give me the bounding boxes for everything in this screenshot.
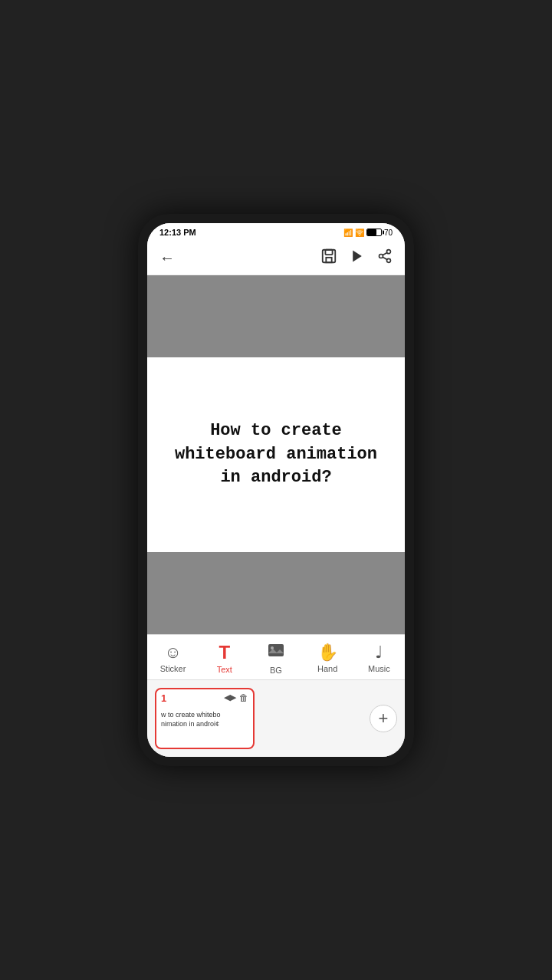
bottom-nav: ☺ Sticker T Text BG ✋ Hand — [147, 634, 405, 679]
svg-rect-2 — [326, 258, 331, 262]
svg-rect-9 — [268, 644, 284, 656]
canvas-area: How to create whiteboard animation in an… — [147, 275, 405, 634]
back-button[interactable]: ← — [159, 249, 175, 267]
text-icon: T — [219, 642, 230, 663]
canvas-bottom-gray — [147, 552, 405, 634]
play-button[interactable] — [350, 248, 365, 268]
toolbar-right — [320, 248, 393, 268]
slide-number-1: 1 — [161, 692, 166, 704]
nav-item-sticker[interactable]: ☺ Sticker — [154, 643, 192, 673]
bg-label: BG — [270, 666, 282, 675]
svg-rect-1 — [325, 250, 332, 255]
battery-icon — [366, 229, 382, 236]
phone-screen: 12:13 PM 📶 🛜 70 ← — [147, 223, 405, 757]
slide-thumb-text-1: w to create whitebonimation in androi¢ — [161, 711, 248, 728]
status-bar: 12:13 PM 📶 🛜 70 — [147, 223, 405, 242]
music-label: Music — [368, 664, 390, 673]
nav-item-hand[interactable]: ✋ Hand — [308, 643, 347, 673]
timeline: 1 ◀▶ 🗑 w to create whitebonimation in an… — [147, 679, 405, 757]
signal-icon: 📶 — [343, 229, 353, 237]
status-icons: 📶 🛜 70 — [343, 229, 393, 237]
slide-move-icon: ◀▶ — [224, 692, 236, 703]
battery-percent: 70 — [384, 229, 393, 237]
svg-rect-0 — [323, 250, 336, 263]
wifi-icon: 🛜 — [355, 229, 364, 237]
status-time: 12:13 PM — [159, 228, 196, 237]
canvas-white: How to create whiteboard animation in an… — [147, 357, 405, 552]
svg-line-8 — [383, 252, 387, 255]
svg-point-6 — [387, 258, 391, 262]
hand-label: Hand — [317, 664, 337, 673]
nav-item-bg[interactable]: BG — [257, 641, 295, 675]
slide-delete-icon[interactable]: 🗑 — [239, 692, 248, 703]
svg-point-11 — [271, 646, 274, 649]
bg-icon — [267, 641, 285, 664]
save-button[interactable] — [320, 248, 337, 268]
add-slide-button[interactable]: + — [370, 705, 397, 732]
add-slide-icon: + — [379, 709, 389, 728]
svg-line-7 — [383, 257, 387, 259]
sticker-label: Sticker — [160, 664, 186, 673]
slide-thumb-icons: ◀▶ 🗑 — [224, 692, 248, 703]
music-icon: ♩ — [375, 643, 383, 663]
phone-frame: 12:13 PM 📶 🛜 70 ← — [138, 214, 414, 766]
text-label: Text — [217, 665, 232, 674]
nav-item-text[interactable]: T Text — [205, 642, 244, 674]
svg-point-5 — [380, 255, 383, 258]
canvas-top-gray — [147, 275, 405, 357]
share-button[interactable] — [377, 248, 393, 268]
sticker-icon: ☺ — [164, 643, 181, 663]
slide-text: How to create whiteboard animation in an… — [163, 419, 389, 490]
svg-marker-3 — [353, 251, 362, 262]
toolbar: ← — [147, 242, 405, 275]
nav-item-music[interactable]: ♩ Music — [360, 643, 398, 673]
hand-icon: ✋ — [317, 643, 338, 663]
slide-thumbnail-1[interactable]: 1 ◀▶ 🗑 w to create whitebonimation in an… — [155, 688, 255, 749]
svg-point-4 — [387, 250, 391, 254]
toolbar-left: ← — [159, 249, 175, 267]
